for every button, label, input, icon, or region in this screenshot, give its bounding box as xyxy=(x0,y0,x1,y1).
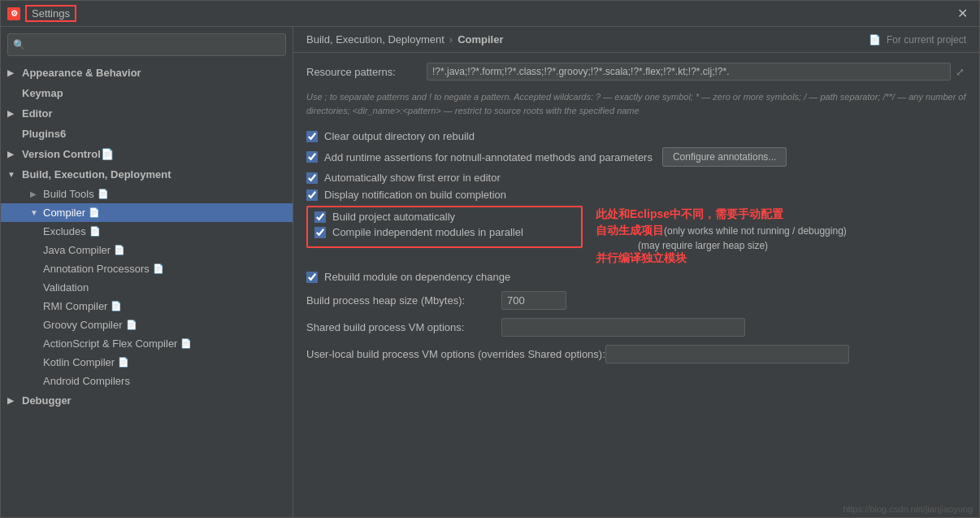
chinese-annotation-3: 并行编译独立模块 xyxy=(596,251,687,266)
sidebar-item-label: Appearance & Behavior xyxy=(22,67,141,79)
sidebar-item-kotlin-compiler[interactable]: Kotlin Compiler 📄 xyxy=(1,353,293,372)
resource-patterns-row: Resource patterns: ⤢ xyxy=(306,63,966,81)
chinese-annotation-2: 自动生成项目 xyxy=(596,224,664,238)
build-auto-checkbox[interactable] xyxy=(314,211,326,223)
page-icon: 📄 xyxy=(111,301,122,311)
sidebar-item-label: Excludes xyxy=(43,225,86,237)
settings-dialog: ⚙ Settings ✕ 🔍 ▶ Appearance & Behavior K… xyxy=(0,0,980,518)
page-icon: 📄 xyxy=(126,320,137,330)
arrow-icon: ▶ xyxy=(7,150,19,159)
search-box[interactable]: 🔍 xyxy=(7,33,286,56)
settings-content: Resource patterns: ⤢ Use ; to separate p… xyxy=(293,53,979,517)
app-icon: ⚙ xyxy=(7,7,20,20)
chinese-annotation-1: 此处和Eclipse中不同，需要手动配置 xyxy=(596,207,783,222)
runtime-assertions-label: Add runtime assertions for notnull-annot… xyxy=(324,151,653,163)
page-icon: 📄 xyxy=(89,207,100,218)
breadcrumb: Build, Execution, Deployment › Compiler … xyxy=(293,27,979,53)
sidebar-item-build-tools[interactable]: ▶ Build Tools 📄 xyxy=(1,185,293,203)
heap-label: Build process heap size (Mbytes): xyxy=(306,294,501,307)
configure-annotations-button[interactable]: Configure annotations... xyxy=(662,147,787,167)
clear-output-checkbox[interactable] xyxy=(306,131,318,142)
sidebar-item-compiler[interactable]: ▼ Compiler 📄 xyxy=(1,203,293,222)
sidebar-item-label: RMI Compiler xyxy=(43,300,107,312)
sidebar-item-label: Build, Execution, Deployment xyxy=(22,168,171,181)
sidebar-item-label: Plugins xyxy=(22,128,60,140)
display-notification-row: Display notification on build completion xyxy=(306,189,966,201)
arrow-icon: ▶ xyxy=(7,109,19,118)
build-auto-row: Build project automatically xyxy=(314,211,575,223)
display-notification-checkbox[interactable] xyxy=(306,189,318,201)
sidebar-item-appearance[interactable]: ▶ Appearance & Behavior xyxy=(1,63,293,83)
rebuild-module-row: Rebuild module on dependency change xyxy=(306,271,966,283)
sidebar-item-actionscript-flex[interactable]: ActionScript & Flex Compiler 📄 xyxy=(1,334,293,353)
sidebar-item-annotation-processors[interactable]: Annotation Processors 📄 xyxy=(1,259,293,278)
sidebar-item-build-exec-deploy[interactable]: ▼ Build, Execution, Deployment xyxy=(1,164,293,185)
breadcrumb-part1: Build, Execution, Deployment xyxy=(306,33,444,46)
page-icon: 📄 xyxy=(118,357,129,368)
arrow-icon: ▼ xyxy=(7,170,19,179)
show-first-error-label: Automatically show first error in editor xyxy=(324,172,501,184)
sidebar-item-excludes[interactable]: Excludes 📄 xyxy=(1,222,293,241)
sidebar-item-android-compilers[interactable]: Android Compilers xyxy=(1,372,293,390)
page-icon: 📄 xyxy=(98,189,109,199)
clear-output-label: Clear output directory on rebuild xyxy=(324,130,475,142)
shared-vm-label: Shared build process VM options: xyxy=(306,321,501,333)
build-auto-note: (only works while not running / debuggin… xyxy=(664,225,847,237)
hint-text: Use ; to separate patterns and ! to nega… xyxy=(306,87,966,120)
right-panel: Build, Execution, Deployment › Compiler … xyxy=(293,27,979,517)
sidebar-item-label: Keymap xyxy=(22,87,63,99)
sidebar-item-label: Android Compilers xyxy=(43,375,130,387)
runtime-assertions-row: Add runtime assertions for notnull-annot… xyxy=(306,147,966,167)
sidebar-item-label: Debugger xyxy=(22,394,72,407)
runtime-assertions-checkbox[interactable] xyxy=(306,151,318,163)
sidebar-item-version-control[interactable]: ▶ Version Control 📄 xyxy=(1,144,293,164)
title-bar: ⚙ Settings ✕ xyxy=(1,1,979,27)
compile-parallel-label: Compile independent modules in parallel xyxy=(332,226,523,238)
sidebar: 🔍 ▶ Appearance & Behavior Keymap ▶ Edito xyxy=(1,27,293,517)
sidebar-item-label: Annotation Processors xyxy=(43,263,150,275)
sidebar-item-label: Editor xyxy=(22,107,53,120)
user-vm-label: User-local build process VM options (ove… xyxy=(306,348,605,360)
heap-input[interactable] xyxy=(501,291,566,310)
page-icon: 📄 xyxy=(153,263,164,274)
sidebar-item-java-compiler[interactable]: Java Compiler 📄 xyxy=(1,241,293,259)
project-icon: 📄 xyxy=(869,34,881,46)
highlighted-section: Build project automatically Compile inde… xyxy=(306,206,583,248)
sidebar-item-plugins[interactable]: Plugins 6 xyxy=(1,124,293,144)
breadcrumb-part2: Compiler xyxy=(457,33,503,46)
clear-output-row: Clear output directory on rebuild xyxy=(306,130,966,142)
user-vm-row: User-local build process VM options (ove… xyxy=(306,345,966,363)
sidebar-item-rmi-compiler[interactable]: RMI Compiler 📄 xyxy=(1,297,293,316)
sidebar-item-label: Groovy Compiler xyxy=(43,319,123,331)
resource-input[interactable] xyxy=(427,63,951,81)
expand-icon[interactable]: ⤢ xyxy=(954,64,966,80)
sidebar-item-label: Version Control xyxy=(22,148,101,160)
breadcrumb-separator: › xyxy=(449,33,453,46)
rebuild-module-checkbox[interactable] xyxy=(306,272,318,283)
rebuild-module-label: Rebuild module on dependency change xyxy=(324,271,510,283)
main-content: 🔍 ▶ Appearance & Behavior Keymap ▶ Edito xyxy=(1,27,979,517)
search-input[interactable] xyxy=(28,39,280,51)
sidebar-item-groovy-compiler[interactable]: Groovy Compiler 📄 xyxy=(1,316,293,334)
sidebar-item-label: ActionScript & Flex Compiler xyxy=(43,337,177,350)
close-button[interactable]: ✕ xyxy=(952,4,973,23)
sidebar-item-editor[interactable]: ▶ Editor xyxy=(1,103,293,124)
sidebar-item-label: Compiler xyxy=(43,207,85,219)
shared-vm-input[interactable] xyxy=(501,318,745,337)
sidebar-item-validation[interactable]: Validation xyxy=(1,278,293,297)
show-first-error-checkbox[interactable] xyxy=(306,172,318,184)
sidebar-item-debugger[interactable]: ▶ Debugger xyxy=(1,390,293,411)
compile-parallel-checkbox[interactable] xyxy=(314,227,326,238)
resource-label: Resource patterns: xyxy=(306,66,420,78)
user-vm-input[interactable] xyxy=(605,345,849,363)
sidebar-item-keymap[interactable]: Keymap xyxy=(1,83,293,103)
arrow-icon: ▶ xyxy=(7,68,19,77)
page-icon: 📄 xyxy=(180,338,192,349)
page-icon: 📄 xyxy=(89,226,101,237)
page-icon: 📄 xyxy=(114,245,125,255)
arrow-icon: ▶ xyxy=(30,189,40,198)
breadcrumb-project: 📄 For current project xyxy=(869,34,966,46)
sidebar-item-label: Build Tools xyxy=(43,188,94,200)
sidebar-item-label: Kotlin Compiler xyxy=(43,356,115,368)
settings-tree: ▶ Appearance & Behavior Keymap ▶ Editor … xyxy=(1,63,293,517)
